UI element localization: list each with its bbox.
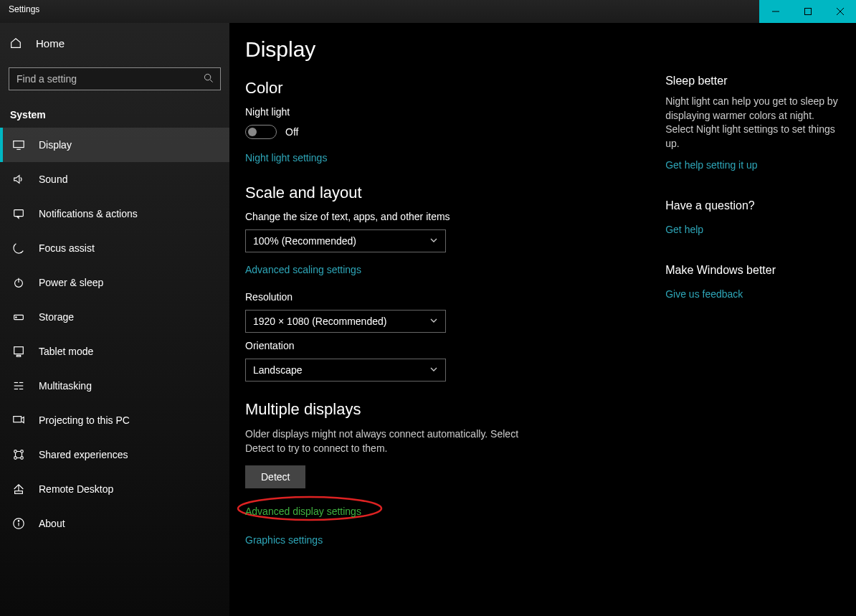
home-icon xyxy=(9,37,23,49)
sidebar: Home System Display Sound Notifications … xyxy=(0,23,229,616)
sidebar-item-sound[interactable]: Sound xyxy=(0,162,229,196)
sidebar-item-about[interactable]: About xyxy=(0,506,229,541)
sleep-better-heading: Sleep better xyxy=(665,75,840,87)
sidebar-item-power-sleep[interactable]: Power & sleep xyxy=(0,265,229,300)
sidebar-item-label: Power & sleep xyxy=(39,277,103,288)
multiple-displays-text: Older displays might not always connect … xyxy=(245,427,546,455)
sidebar-item-projecting[interactable]: Projecting to this PC xyxy=(0,403,229,437)
about-icon xyxy=(11,517,26,530)
night-light-toggle[interactable] xyxy=(245,125,277,139)
sidebar-item-label: Shared experiences xyxy=(39,449,128,460)
sidebar-item-label: About xyxy=(39,518,65,529)
advanced-scaling-link[interactable]: Advanced scaling settings xyxy=(245,264,361,275)
tablet-icon xyxy=(11,345,26,358)
sidebar-item-label: Multitasking xyxy=(39,380,92,392)
chevron-down-icon xyxy=(429,316,438,327)
resolution-select[interactable]: 1920 × 1080 (Recommended) xyxy=(245,310,446,333)
search-box xyxy=(9,67,221,90)
maximize-button[interactable] xyxy=(791,0,824,23)
section-scale: Scale and layout xyxy=(245,184,637,202)
svg-point-21 xyxy=(14,450,17,453)
sidebar-item-label: Tablet mode xyxy=(39,346,93,357)
feedback-link[interactable]: Give us feedback xyxy=(665,288,743,300)
sidebar-item-label: Remote Desktop xyxy=(39,483,113,495)
orientation-value: Landscape xyxy=(253,364,303,376)
sidebar-item-label: Storage xyxy=(39,311,74,323)
night-light-label: Night light xyxy=(245,106,637,118)
window-controls xyxy=(759,0,856,23)
power-icon xyxy=(11,276,26,289)
sidebar-item-label: Display xyxy=(39,139,72,151)
minimize-button[interactable] xyxy=(759,0,791,23)
sleep-better-link[interactable]: Get help setting it up xyxy=(665,159,757,171)
svg-point-22 xyxy=(21,450,24,453)
chevron-down-icon xyxy=(429,235,438,247)
sidebar-category: System xyxy=(0,96,229,128)
page-title: Display xyxy=(245,37,840,62)
shared-icon xyxy=(11,448,26,461)
focus-assist-icon xyxy=(11,242,26,255)
sidebar-item-label: Notifications & actions xyxy=(39,208,138,219)
notifications-icon xyxy=(11,207,26,220)
chevron-down-icon xyxy=(429,364,438,376)
text-size-select[interactable]: 100% (Recommended) xyxy=(245,229,446,252)
sidebar-item-multitasking[interactable]: Multitasking xyxy=(0,369,229,403)
svg-rect-25 xyxy=(15,491,23,494)
svg-point-23 xyxy=(14,457,17,460)
multitasking-icon xyxy=(11,379,26,392)
projecting-icon xyxy=(11,414,26,427)
sidebar-item-label: Sound xyxy=(39,174,67,185)
window-title: Settings xyxy=(9,4,39,14)
svg-rect-8 xyxy=(14,210,24,217)
night-light-state: Off xyxy=(285,126,298,138)
section-color: Color xyxy=(245,79,637,98)
svg-point-24 xyxy=(21,457,24,460)
sidebar-item-tablet-mode[interactable]: Tablet mode xyxy=(0,334,229,369)
main-content: Display Color Night light Off Night ligh… xyxy=(229,23,856,616)
sleep-better-text: Night light can help you get to sleep by… xyxy=(665,95,840,151)
sidebar-item-focus-assist[interactable]: Focus assist xyxy=(0,231,229,265)
storage-icon xyxy=(11,311,26,323)
svg-rect-14 xyxy=(16,355,20,356)
svg-rect-20 xyxy=(14,417,22,422)
sidebar-item-label: Projecting to this PC xyxy=(39,414,130,426)
text-size-value: 100% (Recommended) xyxy=(253,235,356,247)
sidebar-item-storage[interactable]: Storage xyxy=(0,300,229,334)
svg-point-28 xyxy=(18,521,19,521)
close-button[interactable] xyxy=(824,0,856,23)
home-nav[interactable]: Home xyxy=(0,23,229,63)
display-icon xyxy=(11,138,26,151)
orientation-select[interactable]: Landscape xyxy=(245,359,446,382)
question-heading: Have a question? xyxy=(665,199,840,212)
night-light-settings-link[interactable]: Night light settings xyxy=(245,152,327,164)
aside-column: Sleep better Night light can help you ge… xyxy=(665,75,840,550)
remote-desktop-icon xyxy=(11,483,26,496)
settings-column: Color Night light Off Night light settin… xyxy=(245,75,637,550)
sidebar-item-display[interactable]: Display xyxy=(0,128,229,162)
resolution-label: Resolution xyxy=(245,291,637,303)
text-size-label: Change the size of text, apps, and other… xyxy=(245,211,637,222)
svg-rect-13 xyxy=(14,347,24,354)
sidebar-item-label: Focus assist xyxy=(39,242,95,254)
get-help-link[interactable]: Get help xyxy=(665,224,703,235)
section-multiple-displays: Multiple displays xyxy=(245,400,637,419)
titlebar: Settings xyxy=(0,0,856,23)
sound-icon xyxy=(11,173,26,186)
resolution-value: 1920 × 1080 (Recommended) xyxy=(253,316,386,327)
orientation-label: Orientation xyxy=(245,340,637,351)
search-input[interactable] xyxy=(9,67,221,90)
feedback-heading: Make Windows better xyxy=(665,264,840,277)
graphics-settings-link[interactable]: Graphics settings xyxy=(245,534,323,546)
sidebar-item-remote-desktop[interactable]: Remote Desktop xyxy=(0,472,229,506)
sidebar-item-notifications[interactable]: Notifications & actions xyxy=(0,196,229,231)
svg-rect-1 xyxy=(804,9,811,15)
sidebar-item-shared-experiences[interactable]: Shared experiences xyxy=(0,437,229,472)
detect-button[interactable]: Detect xyxy=(245,465,305,488)
advanced-display-settings-link[interactable]: Advanced display settings xyxy=(245,506,361,517)
svg-rect-6 xyxy=(14,141,24,148)
svg-point-12 xyxy=(16,317,16,318)
home-label: Home xyxy=(36,37,65,49)
